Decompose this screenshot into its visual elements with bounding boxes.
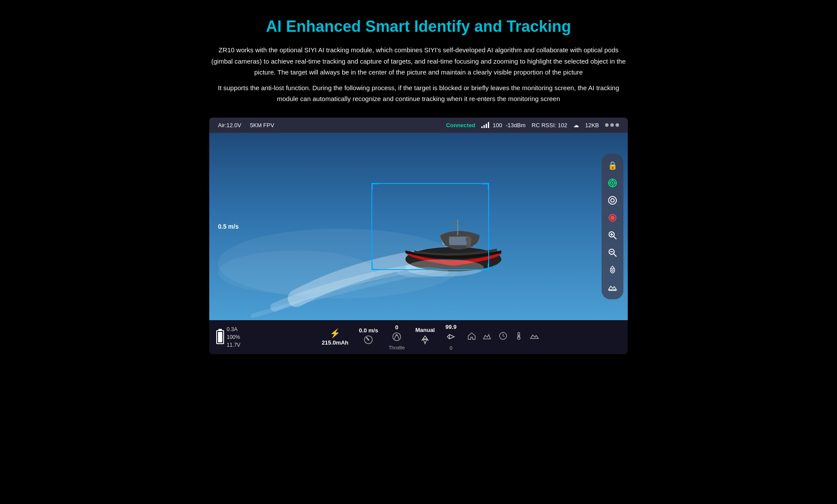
- description-2: It supports the anti-lost function. Duri…: [209, 82, 628, 105]
- fpv-range: 5KM FPV: [250, 122, 274, 129]
- battery-voltage: 11.7V: [227, 341, 240, 349]
- record-button[interactable]: [605, 210, 620, 225]
- battery-current: 0.3A: [227, 325, 240, 333]
- status-left: Air:12.0V 5KM FPV: [218, 122, 274, 129]
- terrain-svg: [530, 331, 539, 341]
- clock-svg: [498, 331, 508, 341]
- home-icon[interactable]: [467, 331, 476, 343]
- speed-value: 0.0 m/s: [359, 327, 378, 334]
- signal-bar-3: [486, 124, 487, 128]
- speed-icon: [363, 335, 374, 347]
- zoom-in-button[interactable]: [605, 228, 620, 243]
- dots-menu[interactable]: [605, 123, 619, 127]
- zoom-in-icon: [608, 230, 617, 240]
- svg-point-19: [611, 199, 614, 202]
- charge-value: 215.0mAh: [322, 339, 348, 346]
- ai-tracking-button[interactable]: [605, 176, 620, 190]
- flight-mode-item: Manual: [415, 327, 435, 348]
- hud-icons-row: [467, 331, 539, 343]
- svg-line-27: [614, 254, 616, 257]
- landscape-icon: [608, 283, 617, 292]
- air-voltage: Air:12.0V: [218, 122, 241, 129]
- battery-section: 0.3A 100% 11.7V: [216, 325, 240, 349]
- battery-icon: [216, 330, 224, 344]
- flight-mode: Manual: [415, 327, 435, 333]
- throttle-label: Throttle: [388, 345, 405, 350]
- mode-value-item: 99.9 0: [445, 324, 456, 351]
- tracking-box: [371, 183, 489, 270]
- dot-3: [616, 123, 619, 127]
- description-1: ZR10 works with the optional SIYI AI tra…: [209, 44, 628, 78]
- landscape-button[interactable]: [605, 280, 620, 295]
- battery-percent: 100%: [227, 333, 240, 341]
- svg-line-38: [503, 336, 504, 337]
- dot-2: [610, 123, 614, 127]
- battery-stats: 0.3A 100% 11.7V: [227, 325, 240, 349]
- terrain-icon[interactable]: [530, 331, 539, 343]
- lightning-icon: ⚡: [330, 328, 340, 338]
- lock-button[interactable]: 🔒: [605, 158, 620, 173]
- hud-items: ⚡ 215.0mAh 0.0 m/s 0: [240, 324, 621, 351]
- home-svg: [467, 331, 476, 341]
- temperature-icon[interactable]: [514, 331, 524, 343]
- data-rate: 12KB: [585, 122, 599, 129]
- signal-bar-1: [481, 126, 483, 128]
- snapshot-button[interactable]: [605, 193, 620, 208]
- macro-button[interactable]: [605, 263, 620, 277]
- altitude-icon[interactable]: [483, 331, 492, 343]
- svg-point-29: [612, 270, 613, 271]
- mode-value: 99.9: [446, 324, 456, 330]
- camera-icon: [608, 196, 617, 205]
- throttle-symbol: [391, 331, 402, 342]
- right-sidebar: 🔒: [602, 154, 623, 299]
- gps-icon: [445, 331, 456, 345]
- svg-point-13: [612, 182, 613, 184]
- clock-icon[interactable]: [498, 331, 508, 343]
- throttle-icon: [391, 331, 402, 344]
- throttle-item: 0 Throttle: [388, 324, 405, 350]
- svg-point-32: [393, 333, 401, 341]
- tracking-corner-br: [482, 263, 489, 270]
- signal-strength: 100 -13dBm: [481, 122, 525, 129]
- speed-item: 0.0 m/s: [359, 327, 378, 347]
- bottom-hud: 0.3A 100% 11.7V ⚡ 215.0mAh 0.0 m/s: [209, 320, 628, 354]
- svg-point-33: [396, 334, 398, 336]
- svg-point-21: [610, 216, 615, 220]
- airplane-icon: [419, 334, 431, 345]
- status-bar: Air:12.0V 5KM FPV Connected 100 -13dBm R…: [209, 118, 628, 133]
- target-icon: [607, 178, 618, 188]
- thermometer-svg: [514, 331, 524, 341]
- data-icon: ☁: [573, 122, 579, 129]
- signal-bars-icon: [481, 122, 489, 128]
- tracking-corner-bl: [371, 263, 378, 270]
- altitude-svg: [483, 331, 492, 341]
- svg-point-18: [609, 196, 616, 204]
- charge-item: ⚡ 215.0mAh: [322, 328, 348, 346]
- dot-1: [605, 123, 609, 127]
- signal-bar-4: [488, 122, 489, 128]
- tracking-corner-tr: [482, 183, 489, 190]
- macro-icon: [608, 265, 617, 275]
- app-ui: Air:12.0V 5KM FPV Connected 100 -13dBm R…: [209, 118, 628, 354]
- speedometer-icon: [363, 335, 374, 345]
- zoom-out-icon: [608, 248, 617, 257]
- signal-bar-2: [483, 125, 485, 128]
- flight-icon: [419, 334, 431, 348]
- connection-status: Connected: [446, 122, 475, 129]
- title-section: AI Enhanced Smart Identify and Tracking …: [209, 17, 628, 105]
- rc-rssi: RC RSSI: 102: [532, 122, 568, 129]
- page-container: AI Enhanced Smart Identify and Tracking …: [0, 17, 837, 354]
- record-icon: [608, 213, 617, 223]
- page-title: AI Enhanced Smart Identify and Tracking: [209, 17, 628, 36]
- speed-label: 0.5 m/s: [218, 223, 238, 230]
- status-right: Connected 100 -13dBm RC RSSI: 102 ☁ 12KB: [446, 122, 619, 129]
- svg-point-31: [367, 339, 369, 341]
- signal-dbm: -13dBm: [506, 122, 526, 129]
- tracking-corner-tl: [371, 183, 378, 190]
- gps-symbol: [445, 331, 456, 342]
- signal-value: 100: [493, 122, 502, 129]
- zoom-out-button[interactable]: [605, 245, 620, 260]
- video-area: 0.5 m/s 🔒: [209, 133, 628, 320]
- throttle-value: 0: [395, 324, 398, 331]
- mode-sub: 0: [449, 345, 452, 351]
